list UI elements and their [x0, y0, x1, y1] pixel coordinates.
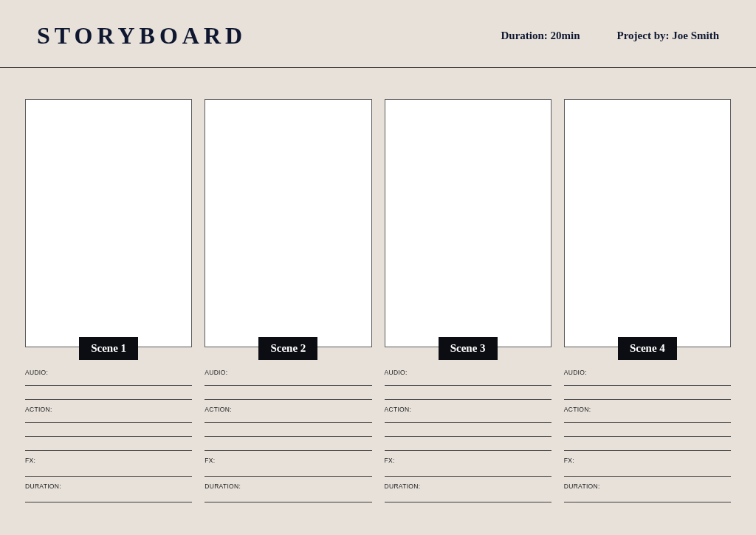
- action-input-line2[interactable]: [564, 429, 731, 437]
- scene-frame-4[interactable]: [564, 99, 731, 347]
- panel-2: Scene 2 AUDIO: ACTION: FX: DURATION:: [205, 99, 371, 508]
- action-input-line3[interactable]: [385, 443, 551, 451]
- fields-3: AUDIO: ACTION: FX: DURATION:: [385, 369, 551, 508]
- action-input-line2[interactable]: [205, 429, 371, 437]
- page-title: STORYBOARD: [37, 22, 247, 50]
- duration-label-field: DURATION:: [25, 483, 192, 490]
- audio-field: AUDIO:: [25, 369, 192, 400]
- audio-input[interactable]: [205, 378, 371, 386]
- fx-field: FX:: [25, 457, 192, 477]
- duration-field: DURATION:: [205, 483, 371, 502]
- audio-label: AUDIO:: [385, 369, 551, 376]
- fx-field: FX:: [385, 457, 551, 477]
- audio-field: AUDIO:: [205, 369, 371, 400]
- header: STORYBOARD Duration: 20min Project by: J…: [0, 0, 756, 68]
- action-input-line2[interactable]: [385, 429, 551, 437]
- action-label: ACTION:: [205, 406, 371, 413]
- fields-4: AUDIO: ACTION: FX: DURATION:: [564, 369, 731, 508]
- duration-field: DURATION:: [564, 483, 731, 502]
- audio-input[interactable]: [564, 378, 731, 386]
- action-input-line3[interactable]: [25, 443, 192, 451]
- audio-label: AUDIO:: [205, 369, 371, 376]
- panel-4: Scene 4 AUDIO: ACTION: FX: DURATION:: [564, 99, 731, 508]
- fields-1: AUDIO: ACTION: FX: DURATION:: [25, 369, 192, 508]
- duration-label-field: DURATION:: [205, 483, 371, 490]
- fx-input[interactable]: [25, 468, 192, 477]
- action-label: ACTION:: [385, 406, 551, 413]
- fields-2: AUDIO: ACTION: FX: DURATION:: [205, 369, 371, 508]
- panel-1: Scene 1 AUDIO: ACTION: FX: DURATION:: [25, 99, 192, 508]
- fx-input[interactable]: [385, 468, 551, 477]
- scene-tag-1: Scene 1: [79, 337, 138, 360]
- fx-label: FX:: [205, 457, 371, 464]
- duration-input[interactable]: [564, 494, 731, 502]
- scene-frame-1[interactable]: [25, 99, 192, 347]
- duration-input[interactable]: [385, 494, 551, 502]
- scene-tag-4: Scene 4: [618, 337, 677, 360]
- scene-tag-3: Scene 3: [439, 337, 498, 360]
- action-field: ACTION:: [564, 406, 731, 451]
- action-field: ACTION:: [25, 406, 192, 451]
- audio-field: AUDIO:: [564, 369, 731, 400]
- fx-field: FX:: [205, 457, 371, 477]
- fx-input[interactable]: [564, 468, 731, 477]
- action-input-line3[interactable]: [564, 443, 731, 451]
- audio-input-line2[interactable]: [385, 392, 551, 400]
- action-label: ACTION:: [564, 406, 731, 413]
- action-field: ACTION:: [205, 406, 371, 451]
- action-input[interactable]: [564, 415, 731, 423]
- duration-label-field: DURATION:: [385, 483, 551, 490]
- audio-label: AUDIO:: [564, 369, 731, 376]
- fx-field: FX:: [564, 457, 731, 477]
- scene-frame-2[interactable]: [205, 99, 371, 347]
- action-input[interactable]: [25, 415, 192, 423]
- duration-input[interactable]: [205, 494, 371, 502]
- audio-label: AUDIO:: [25, 369, 192, 376]
- fx-input[interactable]: [205, 468, 371, 477]
- duration-label-field: DURATION:: [564, 483, 731, 490]
- duration-field: DURATION:: [25, 483, 192, 502]
- audio-field: AUDIO:: [385, 369, 551, 400]
- panel-3: Scene 3 AUDIO: ACTION: FX: DURATION:: [385, 99, 551, 508]
- panels-row: Scene 1 AUDIO: ACTION: FX: DURATION:: [0, 68, 756, 508]
- fx-label: FX:: [385, 457, 551, 464]
- audio-input[interactable]: [385, 378, 551, 386]
- duration-label: Duration: 20min: [501, 30, 580, 42]
- scene-frame-3[interactable]: [385, 99, 551, 347]
- fx-label: FX:: [25, 457, 192, 464]
- duration-input[interactable]: [25, 494, 192, 502]
- audio-input-line2[interactable]: [205, 392, 371, 400]
- action-input-line3[interactable]: [205, 443, 371, 451]
- action-input[interactable]: [205, 415, 371, 423]
- audio-input[interactable]: [25, 378, 192, 386]
- audio-input-line2[interactable]: [564, 392, 731, 400]
- action-input[interactable]: [385, 415, 551, 423]
- audio-input-line2[interactable]: [25, 392, 192, 400]
- duration-field: DURATION:: [385, 483, 551, 502]
- scene-tag-2: Scene 2: [258, 337, 317, 360]
- action-field: ACTION:: [385, 406, 551, 451]
- fx-label: FX:: [564, 457, 731, 464]
- action-label: ACTION:: [25, 406, 192, 413]
- header-meta: Duration: 20min Project by: Joe Smith: [501, 30, 719, 42]
- action-input-line2[interactable]: [25, 429, 192, 437]
- project-by-label: Project by: Joe Smith: [617, 30, 719, 42]
